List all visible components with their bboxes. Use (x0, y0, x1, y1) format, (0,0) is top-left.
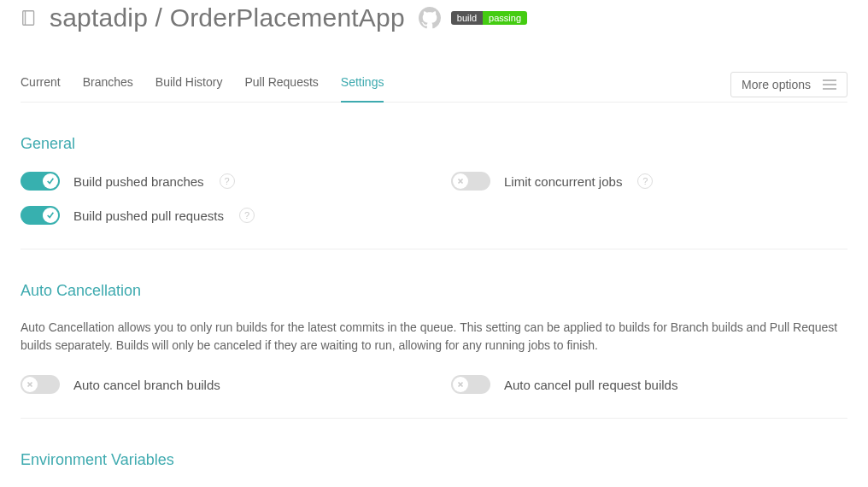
repo-icon (21, 9, 39, 27)
tab-build-history[interactable]: Build History (155, 67, 223, 102)
badge-right: passing (483, 11, 527, 25)
build-badge[interactable]: build passing (451, 11, 527, 25)
toggle-switch[interactable] (451, 172, 490, 191)
section-desc-auto-cancel: Auto Cancellation allows you to only run… (21, 319, 847, 355)
more-options-label: More options (742, 78, 811, 91)
tab-settings[interactable]: Settings (341, 67, 384, 103)
toggle-label: Build pushed branches (73, 174, 204, 189)
tabbar: Current Branches Build History Pull Requ… (21, 67, 847, 103)
tab-branches[interactable]: Branches (83, 67, 133, 102)
github-icon[interactable] (419, 7, 441, 29)
toggle-limit-concurrent-jobs: Limit concurrent jobs ? (451, 172, 847, 191)
tab-pull-requests[interactable]: Pull Requests (244, 67, 318, 102)
hamburger-icon (823, 79, 836, 90)
toggle-switch[interactable] (21, 206, 60, 225)
toggle-label: Limit concurrent jobs (504, 174, 622, 189)
more-options-button[interactable]: More options (730, 72, 847, 97)
help-icon[interactable]: ? (220, 173, 235, 189)
toggle-switch[interactable] (21, 375, 60, 394)
help-icon[interactable]: ? (239, 208, 255, 223)
section-title-env: Environment Variables (21, 451, 847, 469)
toggle-auto-cancel-pr: Auto cancel pull request builds (451, 375, 847, 394)
toggle-switch[interactable] (21, 172, 60, 191)
section-title-auto-cancel: Auto Cancellation (21, 282, 847, 300)
repo-header: saptadip / OrderPlacementApp build passi… (21, 0, 847, 43)
toggle-switch[interactable] (451, 375, 490, 394)
toggle-label: Auto cancel branch builds (73, 378, 220, 392)
toggle-label: Build pushed pull requests (73, 208, 224, 223)
toggle-auto-cancel-branch: Auto cancel branch builds (21, 375, 417, 394)
section-title-general: General (21, 135, 847, 153)
toggle-build-pushed-pull-requests: Build pushed pull requests ? (21, 206, 417, 225)
toggle-build-pushed-branches: Build pushed branches ? (21, 172, 417, 191)
tab-current[interactable]: Current (21, 67, 61, 102)
toggle-label: Auto cancel pull request builds (504, 378, 677, 392)
badge-left: build (451, 11, 483, 25)
repo-title[interactable]: saptadip / OrderPlacementApp (50, 3, 405, 32)
svg-rect-0 (23, 11, 34, 26)
help-icon[interactable]: ? (637, 173, 653, 189)
